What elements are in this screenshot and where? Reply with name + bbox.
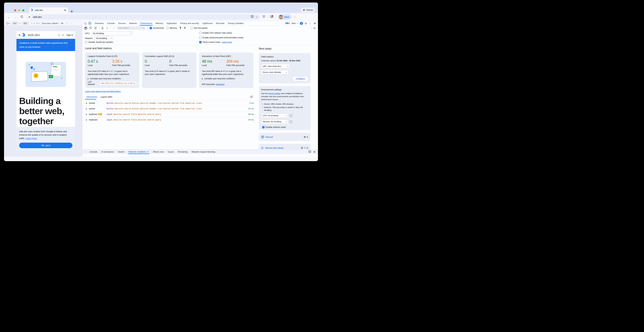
close-drawer-tab-icon[interactable] [147, 151, 149, 153]
new-tab-button[interactable] [70, 10, 73, 13]
record-icon[interactable] [84, 27, 87, 30]
drawer-tab-what-s-new[interactable]: What's new [151, 150, 166, 154]
env-network-select[interactable]: Network: No throttling▾ [261, 120, 288, 124]
drawer-tab-console[interactable]: Console [88, 150, 99, 154]
drawer-tab-search[interactable]: Search [116, 150, 126, 154]
drawer-tab-rendering[interactable]: Rendering [176, 150, 190, 154]
metrics-learn-more-link[interactable]: Learn more about local and field metrics [85, 90, 121, 92]
clear-log-icon[interactable] [250, 96, 253, 98]
devtools-menu-icon[interactable]: ⋮ [309, 22, 312, 25]
browser-tab[interactable]: web.dev [29, 8, 68, 13]
log-tab-layout-shifts[interactable]: Layout shifts [99, 95, 114, 100]
throttling-dropdown[interactable]: ▾ [36, 22, 39, 24]
device-toolbar-toggle-icon[interactable] [88, 22, 92, 25]
device-toolbar-link[interactable]: device toolbar [268, 92, 280, 94]
devtools-tab-privacy-and-security[interactable]: Privacy and security [178, 21, 201, 26]
drawer-tab-issues[interactable]: Issues [166, 150, 176, 154]
promo-banner[interactable]: Guidance to build modern web experiences… [16, 39, 75, 51]
site-search-icon[interactable] [58, 34, 60, 36]
bookmark-star-icon[interactable]: ☆ [256, 16, 258, 18]
expand-triangle-icon[interactable]: ▶ [86, 108, 87, 110]
record-and-reload-button[interactable]: Record and reload ⌘ ⇧ E [259, 144, 310, 149]
memory-checkbox[interactable]: Memory [166, 27, 177, 29]
dock-side-icon[interactable] [308, 150, 311, 154]
gemini-button[interactable]: Gemini [301, 8, 315, 12]
clear-icon[interactable] [94, 27, 97, 30]
devtools-tab-lighthouse[interactable]: Lighthouse [200, 21, 214, 26]
garbage-collect-icon[interactable] [179, 26, 182, 30]
site-brand[interactable]: web.dev [28, 33, 40, 37]
emulation-active-icon[interactable] [300, 22, 303, 25]
cookie-learn-more-link[interactable]: Learn more [26, 137, 37, 140]
expand-triangle-icon[interactable]: ▶ [86, 114, 87, 115]
close-tab-icon[interactable] [64, 9, 66, 12]
devtools-tab-application[interactable]: Application [165, 21, 178, 26]
maximize-window-button[interactable] [22, 9, 24, 12]
console-messages-button[interactable]: 16 [286, 22, 290, 24]
drawer-menu-icon[interactable]: ⋮ [84, 150, 86, 153]
download-profile-icon[interactable] [106, 26, 108, 30]
device-toolbar-menu-icon[interactable]: ⋮ [65, 22, 68, 25]
drawer-close-icon[interactable] [313, 151, 316, 153]
devtools-tab-memory[interactable]: Memory [154, 21, 165, 26]
field-device-select[interactable]: Device: Auto (Mobile)▾ [261, 70, 288, 74]
back-button[interactable]: ← [8, 16, 10, 19]
cookie-ok-button[interactable]: OK, got it [19, 143, 72, 148]
log-row[interactable]: ▶keyboardinput.devsite-search-field.devs… [85, 117, 254, 122]
sign-in-link[interactable]: Sign in [66, 34, 73, 36]
env-cpu-select[interactable]: CPU: No throttling▾ [261, 114, 288, 118]
theme-toggle-icon[interactable]: ☀ [62, 34, 64, 37]
devtools-tab-privacy-sandbox[interactable]: Privacy Sandbox [226, 21, 246, 26]
capture-settings-gear-icon[interactable]: ⚙ [314, 27, 316, 30]
zoom-dropdown[interactable]: ▾ [31, 22, 34, 24]
log-row[interactable]: ▶pointerbutton.devsite-search-button.dev… [85, 106, 254, 112]
disable-js-samples-checkbox[interactable]: Disable JavaScript samples [85, 41, 113, 43]
drawer-tab-ai-assistance[interactable]: AI assistance [99, 150, 116, 154]
rotate-device-icon[interactable] [61, 22, 63, 25]
upload-profile-icon[interactable] [101, 26, 104, 30]
site-settings-icon[interactable] [27, 15, 32, 19]
cpu-info-icon[interactable]: i [290, 114, 292, 117]
dim-3rd-parties-checkbox[interactable]: Dim 3rd parties [191, 27, 208, 29]
record-and-reload-icon[interactable] [89, 26, 92, 30]
home-icon[interactable]: ⌂ [113, 27, 115, 30]
hamburger-menu-icon[interactable]: ≡ [18, 33, 20, 37]
device-preset-dropdown[interactable]: ▾ [6, 22, 10, 24]
extensions-puzzle-icon[interactable] [262, 15, 266, 19]
side-panel-search-icon[interactable] [270, 15, 273, 19]
expand-triangle-icon[interactable]: ▶ [86, 119, 87, 121]
forward-button[interactable]: → [14, 16, 17, 19]
show-custom-tracks-checkbox[interactable]: Show custom tracks [199, 41, 220, 43]
devtools-tab-sources[interactable]: Sources [116, 21, 128, 26]
drawer-tab-network-request-blocking[interactable]: Network request blocking [190, 150, 217, 154]
lcp-element-chip[interactable]: div.devsite-landing-row-item-d… [100, 82, 136, 85]
log-row[interactable]: ▶pointerbutton.devsite-search-button.dev… [85, 100, 254, 106]
advanced-paint-checkbox[interactable]: Enable advanced paint instrumentation (s… [199, 36, 244, 39]
expand-triangle-icon[interactable]: ▶ [86, 102, 87, 104]
network-info-icon[interactable]: i [290, 120, 292, 123]
consider-local-conditions-toggle[interactable]: ▶Consider your local test conditions [88, 78, 136, 80]
inp-interaction-link[interactable]: keyboard [216, 83, 224, 86]
save-data-dropdown[interactable]: 'Save-Data': default [42, 22, 58, 24]
consider-local-conditions-toggle[interactable]: ▶Consider your local test conditions [202, 78, 251, 80]
install-icon[interactable] [251, 15, 254, 19]
field-url-select[interactable]: URL: https://web.dev/▾ [261, 64, 290, 68]
devtools-tab-recorder[interactable]: Recorder [214, 21, 226, 26]
devtools-tab-elements[interactable]: Elements [93, 21, 105, 26]
log-row[interactable]: ▶keyboardINPinput.devsite-search-field.d… [85, 112, 254, 117]
cpu-throttling-select[interactable]: No throttling▾ [92, 32, 133, 36]
record-button[interactable]: Record ⌘ E [259, 133, 310, 141]
browser-menu-icon[interactable]: ⋮ [294, 16, 296, 18]
inspect-element-icon[interactable] [84, 22, 86, 25]
profile-button[interactable]: Work [278, 14, 291, 20]
devtools-tab-performance[interactable]: Performance [138, 21, 154, 26]
minimize-window-button[interactable] [18, 9, 20, 12]
device-height-input[interactable]: 823 [22, 22, 29, 25]
device-width-input[interactable]: 412 [12, 22, 18, 25]
close-window-button[interactable] [14, 9, 16, 12]
context-selector[interactable]: Main ▾ [292, 22, 298, 24]
configure-button[interactable]: Configure [292, 76, 308, 81]
disable-network-cache-checkbox[interactable]: Disable network cache [262, 126, 308, 128]
history-dropdown[interactable]: Live metrics▾ [117, 26, 145, 30]
log-tab-interactions[interactable]: Interactions [85, 95, 98, 100]
